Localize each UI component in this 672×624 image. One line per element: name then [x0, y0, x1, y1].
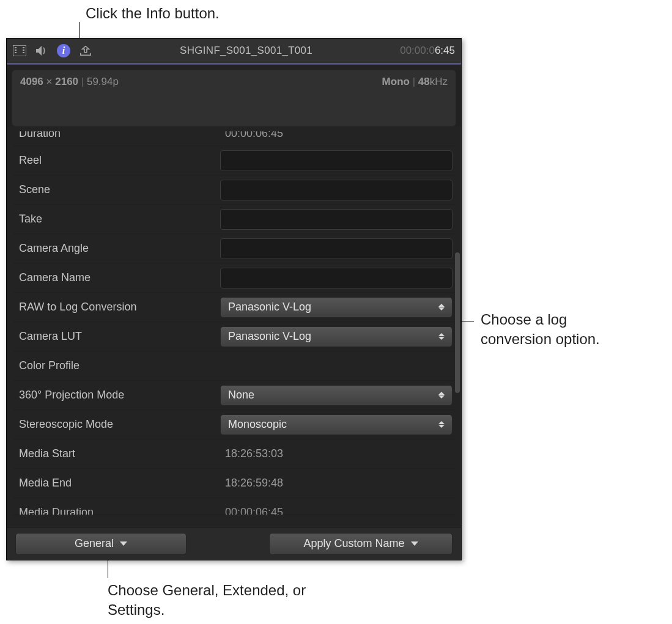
- apply-custom-name-value: Apply Custom Name: [303, 537, 404, 550]
- format-fps: 59.94p: [87, 76, 119, 87]
- raw-to-log-label: RAW to Log Conversion: [15, 301, 220, 314]
- svg-rect-3: [15, 52, 17, 53]
- accent-divider: [7, 63, 461, 65]
- info-inspector-panel: i SHGINF_S001_S001_T001 00:00:06:45 4096…: [6, 38, 462, 560]
- row-media-start: Media Start 18:26:53:03: [13, 439, 455, 469]
- clip-title: SHGINF_S001_S001_T001: [101, 45, 391, 57]
- metadata-view-value: General: [75, 537, 114, 550]
- format-rate: 48: [418, 76, 430, 87]
- format-info-wrap: 4096 × 2160 | 59.94p Mono | 48kHz: [7, 70, 461, 127]
- info-inspector-icon[interactable]: i: [57, 44, 70, 57]
- timecode-suffix: 6:45: [435, 45, 455, 56]
- duration-label: Duration: [15, 131, 220, 140]
- properties-scroll-area[interactable]: Duration 00:00:06:45 Reel Scene Take Cam…: [7, 131, 461, 524]
- media-duration-value: 00:00:06:45: [220, 506, 283, 515]
- projection-mode-value: None: [228, 389, 254, 402]
- row-projection-mode: 360° Projection Mode None: [13, 381, 455, 410]
- row-stereoscopic-mode: Stereoscopic Mode Monoscopic: [13, 410, 455, 439]
- row-media-end: Media End 18:26:59:48: [13, 469, 455, 498]
- format-rate-unit: kHz: [430, 76, 448, 87]
- reel-field[interactable]: [220, 150, 452, 171]
- camera-angle-field[interactable]: [220, 238, 452, 259]
- format-info-card: 4096 × 2160 | 59.94p Mono | 48kHz: [12, 70, 456, 127]
- row-take: Take: [13, 205, 455, 234]
- camera-angle-label: Camera Angle: [15, 242, 220, 255]
- row-scene: Scene: [13, 175, 455, 205]
- color-profile-label: Color Profile: [15, 359, 220, 372]
- media-start-label: Media Start: [15, 447, 220, 460]
- stereoscopic-mode-label: Stereoscopic Mode: [15, 418, 220, 431]
- timecode-prefix: 00:00:0: [400, 45, 435, 56]
- format-height: 2160: [55, 76, 78, 87]
- raw-to-log-value: Panasonic V-Log: [228, 301, 311, 314]
- camera-name-field[interactable]: [220, 268, 452, 288]
- callout-info-button: Click the Info button.: [86, 4, 220, 23]
- camera-lut-dropdown[interactable]: Panasonic V-Log: [220, 326, 452, 347]
- format-divider: |: [413, 76, 418, 87]
- metadata-view-menu[interactable]: General: [15, 533, 186, 555]
- inspector-bottom-bar: General Apply Custom Name: [7, 527, 461, 560]
- callout-view-menu: Choose General, Extended, or Settings.: [108, 581, 322, 620]
- updown-arrows-icon: [438, 392, 445, 398]
- updown-arrows-icon: [438, 304, 445, 310]
- row-camera-name: Camera Name: [13, 263, 455, 293]
- format-width: 4096: [20, 76, 43, 87]
- audio-inspector-icon[interactable]: [35, 44, 48, 57]
- scene-label: Scene: [15, 183, 220, 196]
- chevron-down-icon: [411, 541, 418, 546]
- format-audio-info: Mono | 48kHz: [382, 76, 448, 88]
- updown-arrows-icon: [438, 333, 445, 340]
- svg-rect-1: [15, 47, 17, 48]
- stereoscopic-mode-value: Monoscopic: [228, 418, 287, 431]
- svg-rect-4: [23, 47, 24, 48]
- projection-mode-dropdown[interactable]: None: [220, 385, 452, 406]
- row-reel: Reel: [13, 146, 455, 175]
- scene-field[interactable]: [220, 180, 452, 200]
- media-duration-label: Media Duration: [15, 506, 220, 515]
- duration-value: 00:00:06:45: [220, 131, 283, 140]
- scrollbar-thumb[interactable]: [455, 252, 460, 393]
- raw-to-log-dropdown[interactable]: Panasonic V-Log: [220, 297, 452, 318]
- camera-lut-label: Camera LUT: [15, 330, 220, 343]
- scrollbar-track[interactable]: [454, 136, 460, 519]
- take-field[interactable]: [220, 209, 452, 230]
- row-media-duration: Media Duration 00:00:06:45: [13, 498, 455, 515]
- media-end-value: 18:26:59:48: [220, 477, 283, 490]
- callout-log-conversion: Choose a log conversion option.: [481, 310, 640, 350]
- chevron-down-icon: [120, 541, 127, 546]
- apply-custom-name-menu[interactable]: Apply Custom Name: [269, 533, 452, 555]
- row-camera-angle: Camera Angle: [13, 234, 455, 263]
- row-raw-to-log: RAW to Log Conversion Panasonic V-Log: [13, 293, 455, 322]
- media-end-label: Media End: [15, 477, 220, 490]
- take-label: Take: [15, 213, 220, 226]
- reel-label: Reel: [15, 154, 220, 167]
- row-color-profile: Color Profile: [13, 351, 455, 381]
- video-inspector-icon[interactable]: [13, 44, 26, 57]
- row-camera-lut: Camera LUT Panasonic V-Log: [13, 322, 455, 351]
- format-sep: ×: [46, 76, 56, 87]
- inspector-toolbar: i SHGINF_S001_S001_T001 00:00:06:45: [7, 39, 461, 63]
- updown-arrows-icon: [438, 421, 445, 428]
- format-channel: Mono: [382, 76, 410, 87]
- row-duration: Duration 00:00:06:45: [13, 131, 455, 146]
- media-start-value: 18:26:53:03: [220, 447, 283, 460]
- share-inspector-icon[interactable]: [79, 44, 92, 57]
- stereoscopic-mode-dropdown[interactable]: Monoscopic: [220, 414, 452, 435]
- properties-list: Duration 00:00:06:45 Reel Scene Take Cam…: [13, 131, 455, 515]
- camera-name-label: Camera Name: [15, 271, 220, 284]
- svg-rect-6: [23, 52, 24, 53]
- projection-mode-label: 360° Projection Mode: [15, 389, 220, 402]
- svg-rect-2: [15, 50, 17, 51]
- timecode-display: 00:00:06:45: [400, 45, 455, 57]
- svg-rect-5: [23, 50, 24, 51]
- format-divider: |: [81, 76, 87, 87]
- camera-lut-value: Panasonic V-Log: [228, 330, 311, 343]
- format-video-info: 4096 × 2160 | 59.94p: [20, 76, 119, 88]
